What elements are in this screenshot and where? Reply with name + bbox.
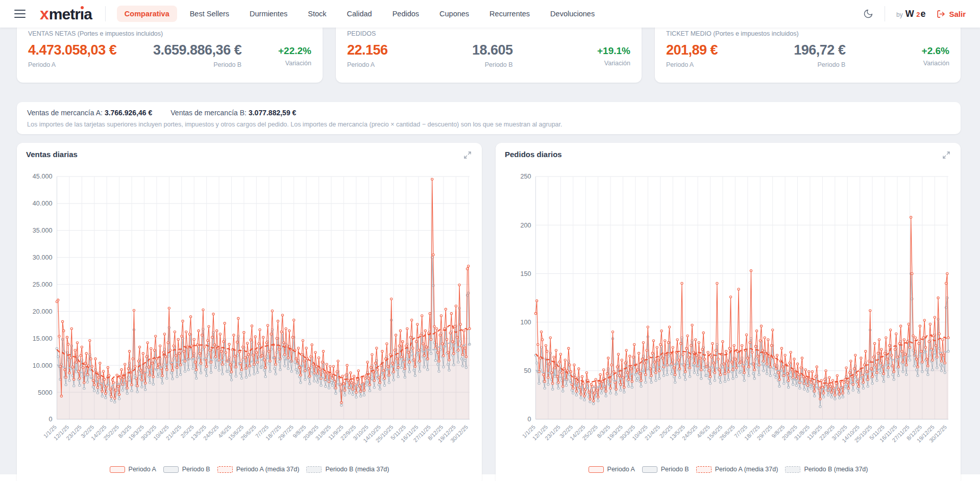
logout-icon — [937, 10, 945, 18]
ventas-diarias-chart: 0500010.00015.00020.00025.00030.00035.00… — [26, 161, 473, 462]
nav-item-calidad[interactable]: Calidad — [339, 6, 379, 22]
merch-a-value: 3.766.926,46 € — [105, 109, 152, 117]
legend-swatch — [785, 466, 800, 473]
kpi-label-periodo-b: Periodo B — [818, 61, 846, 68]
kpi-variation: +19.1% — [597, 45, 630, 57]
expand-chart-button[interactable] — [941, 150, 951, 160]
nav-divider-2 — [885, 6, 885, 21]
logout-button[interactable]: Salir — [937, 10, 966, 18]
legend-label: Periodo B — [661, 466, 689, 473]
nav-item-durmientes[interactable]: Durmientes — [242, 6, 295, 22]
w2e-logo: by W2e — [896, 9, 925, 19]
kpi-value-periodo-a: 4.473.058,03 € — [28, 42, 116, 58]
nav-item-cupones[interactable]: Cupones — [432, 6, 477, 22]
svg-text:20.000: 20.000 — [33, 308, 53, 315]
legend-label: Periodo A (media 37d) — [236, 466, 300, 473]
kpi-value-periodo-a: 22.156 — [347, 42, 388, 58]
legend-label: Periodo A (media 37d) — [715, 466, 778, 473]
legend-item[interactable]: Periodo B — [642, 466, 689, 473]
legend-item[interactable]: Periodo B (media 37d) — [785, 466, 868, 473]
svg-text:35.000: 35.000 — [33, 227, 53, 234]
chart-legend: Periodo A Periodo B Periodo A (media 37d… — [505, 462, 951, 476]
chart-card-ventas-diarias: Ventas diarias 0500010.00015.00020.00025… — [17, 143, 482, 481]
kpi-label-periodo-b: Periodo B — [485, 61, 513, 68]
nav-item-recurrentes[interactable]: Recurrentes — [482, 6, 537, 22]
charts-row: Ventas diarias 0500010.00015.00020.00025… — [17, 143, 961, 481]
legend-label: Periodo B — [182, 466, 210, 473]
svg-text:10.000: 10.000 — [33, 362, 53, 369]
kpi-card-ticket-medio: TICKET MEDIO (Portes e impuestos incluid… — [655, 22, 961, 83]
legend-item[interactable]: Periodo B (media 37d) — [306, 466, 389, 473]
kpi-card-ventas-netas: VENTAS NETAS (Portes e impuestos incluid… — [17, 22, 323, 83]
kpi-variation: +2.6% — [922, 45, 949, 57]
dark-mode-toggle[interactable] — [863, 9, 873, 19]
nav-item-comparativa[interactable]: Comparativa — [117, 6, 177, 22]
kpi-label-variation: Variación — [923, 60, 949, 67]
kpi-label-variation: Variación — [285, 60, 311, 67]
kpi-label-periodo-a: Periodo A — [666, 61, 718, 68]
kpi-title: PEDIDOS — [347, 30, 630, 37]
legend-label: Periodo A — [607, 466, 635, 473]
merch-b: Ventas de mercancía B:3.077.882,59 € — [170, 109, 296, 117]
svg-text:5000: 5000 — [38, 389, 52, 396]
expand-chart-button[interactable] — [462, 150, 473, 160]
legend-item[interactable]: Periodo A (media 37d) — [217, 466, 300, 473]
expand-icon — [942, 151, 950, 159]
legend-label: Periodo A — [129, 466, 156, 473]
kpi-label-variation: Variación — [604, 60, 630, 67]
svg-text:0: 0 — [527, 416, 531, 423]
logo-i-dot — [81, 6, 84, 9]
legend-swatch — [696, 466, 712, 473]
svg-text:250: 250 — [520, 173, 531, 181]
kpi-label-periodo-a: Periodo A — [28, 61, 116, 68]
logo-x-glyph: x — [40, 5, 48, 23]
pedidos-diarios-chart: 0501001502002501/1/2512/1/2523/1/253/2/2… — [505, 161, 951, 462]
legend-swatch — [589, 466, 604, 473]
chart-card-pedidos-diarios: Pedidos diarios 0501001502002501/1/2512/… — [496, 143, 961, 481]
legend-swatch — [642, 466, 657, 473]
nav-item-devoluciones[interactable]: Devoluciones — [543, 6, 602, 22]
svg-text:25.000: 25.000 — [33, 281, 53, 288]
nav-item-pedidos[interactable]: Pedidos — [385, 6, 427, 22]
main-content: VENTAS NETAS (Portes e impuestos incluid… — [17, 22, 961, 481]
legend-item[interactable]: Periodo A — [110, 466, 156, 473]
svg-text:200: 200 — [520, 222, 531, 229]
svg-text:0: 0 — [48, 416, 52, 423]
legend-label: Periodo B (media 37d) — [325, 466, 389, 473]
nav-item-best-sellers[interactable]: Best Sellers — [182, 6, 237, 22]
merch-a: Ventas de mercancía A:3.766.926,46 € — [27, 109, 152, 117]
kpi-value-periodo-b: 196,72 € — [794, 42, 845, 58]
info-note: Los importes de las tarjetas superiores … — [27, 121, 950, 128]
kpi-variation: +22.2% — [278, 45, 311, 57]
kpi-value-periodo-b: 18.605 — [472, 42, 513, 58]
legend-swatch — [217, 466, 233, 473]
top-navbar: xmetrıa Comparativa Best Sellers Durmien… — [0, 0, 980, 28]
kpi-title: VENTAS NETAS (Portes e impuestos incluid… — [28, 30, 311, 37]
svg-text:15.000: 15.000 — [33, 335, 53, 342]
nav-divider — [105, 6, 106, 21]
expand-icon — [463, 151, 472, 159]
legend-item[interactable]: Periodo A — [589, 466, 635, 473]
kpi-value-periodo-b: 3.659.886,36 € — [153, 42, 241, 58]
legend-swatch — [110, 466, 125, 473]
svg-text:40.000: 40.000 — [33, 200, 53, 207]
nav-item-stock[interactable]: Stock — [300, 6, 334, 22]
kpi-label-periodo-a: Periodo A — [347, 61, 388, 68]
svg-text:150: 150 — [520, 270, 531, 277]
hamburger-menu-icon[interactable] — [14, 10, 26, 18]
legend-swatch — [163, 466, 179, 473]
svg-text:45.000: 45.000 — [33, 173, 53, 181]
legend-item[interactable]: Periodo B — [163, 466, 210, 473]
chart-title: Pedidos diarios — [505, 150, 562, 159]
merchandise-info-bar: Ventas de mercancía A:3.766.926,46 € Ven… — [17, 102, 961, 134]
svg-text:30.000: 30.000 — [33, 254, 53, 261]
moon-icon — [863, 9, 873, 19]
kpi-card-pedidos: PEDIDOS 22.156Periodo A 18.605Periodo B … — [336, 22, 642, 83]
kpi-title: TICKET MEDIO (Portes e impuestos incluid… — [666, 30, 949, 37]
chart-title: Ventas diarias — [26, 150, 78, 159]
legend-item[interactable]: Periodo A (media 37d) — [696, 466, 778, 473]
app-logo[interactable]: xmetrıa — [40, 5, 92, 23]
main-nav: Comparativa Best Sellers Durmientes Stoc… — [117, 6, 602, 22]
chart-legend: Periodo A Periodo B Periodo A (media 37d… — [26, 462, 473, 476]
legend-swatch — [306, 466, 322, 473]
